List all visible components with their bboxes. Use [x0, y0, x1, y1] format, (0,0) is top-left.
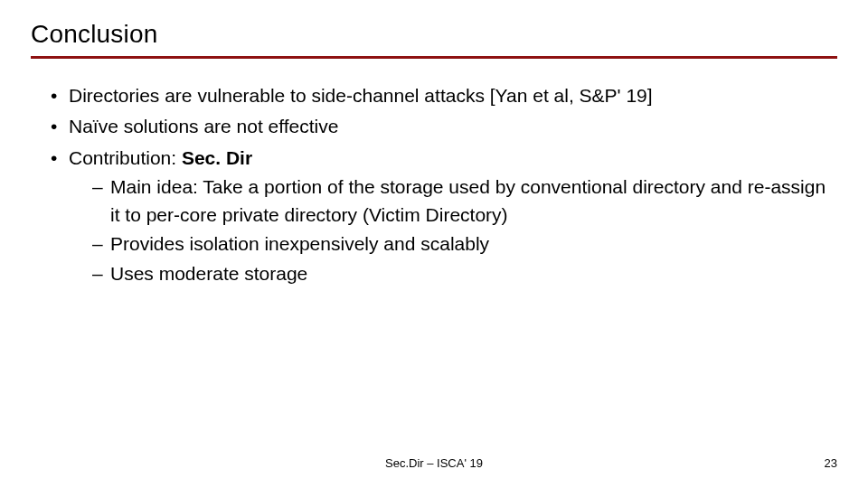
page-number: 23	[825, 456, 837, 470]
sub-bullet-item: Main idea: Take a portion of the storage…	[92, 174, 837, 229]
sub-bullet-list: Main idea: Take a portion of the storage…	[69, 174, 837, 287]
footer-center: Sec.Dir – ISCA' 19	[0, 456, 868, 470]
bullet-item: Naïve solutions are not effective	[51, 113, 837, 140]
slide: Conclusion Directories are vulnerable to…	[0, 0, 868, 488]
bullet-item: Contribution: Sec. Dir Main idea: Take a…	[51, 145, 837, 287]
bullet-text-bold: Sec. Dir	[182, 147, 252, 168]
sub-bullet-item: Uses moderate storage	[92, 260, 837, 287]
slide-title: Conclusion	[31, 20, 837, 49]
sub-bullet-item: Provides isolation inexpensively and sca…	[92, 230, 837, 258]
bullet-item: Directories are vulnerable to side-chann…	[51, 82, 837, 109]
slide-body: Directories are vulnerable to side-chann…	[31, 82, 837, 287]
title-rule	[31, 56, 837, 59]
bullet-list: Directories are vulnerable to side-chann…	[31, 82, 837, 287]
bullet-text: Contribution:	[69, 147, 182, 168]
